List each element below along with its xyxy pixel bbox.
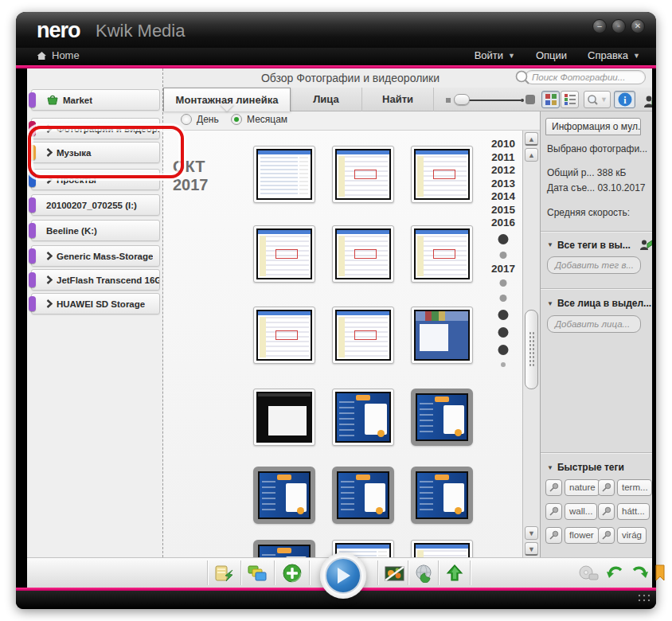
quick-tag-button[interactable]: virág (617, 527, 647, 544)
photo-thumbnail[interactable] (411, 307, 473, 364)
maximize-button[interactable]: ▫ (611, 19, 626, 33)
photo-thumbnail[interactable] (411, 146, 473, 203)
sidebar-item[interactable]: 20100207_070255 (I:) (31, 194, 160, 216)
import-media-button[interactable] (210, 561, 237, 585)
pin-tag-button[interactable] (545, 503, 562, 520)
quick-tags-header[interactable]: ▼ Быстрые теги (547, 462, 624, 473)
sidebar-item[interactable]: Музыка (31, 142, 160, 163)
sidebar-item[interactable]: Проекты (31, 169, 160, 190)
photo-thumbnail[interactable] (332, 467, 394, 524)
scroll-top-button[interactable]: ▲ (525, 132, 538, 146)
timeline-dot[interactable] (498, 345, 509, 355)
add-tag-input[interactable]: Добавить тег в... (547, 256, 641, 274)
sidebar-item[interactable]: HUAWEI SD Storage (31, 293, 160, 314)
publish-online-button[interactable] (411, 561, 438, 585)
photo-thumbnail[interactable] (253, 467, 315, 524)
pin-tag-button[interactable] (598, 503, 615, 520)
timeline-dot[interactable] (501, 362, 506, 367)
sidebar-item[interactable]: JetFlash Transcend 16GB (31, 269, 160, 291)
tab-timeline[interactable]: Монтажная линейка (163, 88, 291, 111)
pin-tag-button[interactable] (545, 527, 562, 544)
timeline-year[interactable]: 2011 (486, 151, 521, 163)
vertical-scrollbar[interactable]: ▲ ▲ ▼ ▼ (522, 131, 540, 557)
photo-thumbnail[interactable] (253, 540, 315, 557)
play-button[interactable] (325, 557, 361, 594)
resize-grip[interactable] (637, 593, 650, 604)
scrollbar-thumb[interactable] (525, 310, 538, 389)
menu-login[interactable]: Войти▼ (475, 49, 515, 61)
quick-tag-button[interactable]: hátt... (617, 503, 650, 520)
tab-faces[interactable]: Лица (291, 88, 362, 111)
search-input[interactable]: Поиск Фотографии... (525, 70, 646, 84)
zoom-slider[interactable] (446, 88, 535, 111)
upload-button[interactable] (441, 561, 468, 585)
pin-tag-button[interactable] (598, 527, 615, 544)
undo-button[interactable] (602, 561, 629, 585)
sidebar-item[interactable]: Beeline (K:) (31, 220, 160, 241)
radio-month[interactable]: Месяцам (231, 114, 287, 125)
timeline-dot[interactable] (500, 295, 507, 302)
timeline-year[interactable]: 2017 (486, 263, 521, 275)
photo-thumbnail[interactable] (253, 389, 315, 446)
radio-day[interactable]: День (181, 114, 219, 125)
add-new-button[interactable] (279, 561, 306, 585)
info-panel-tab[interactable]: Информация о мул... (545, 118, 641, 135)
timeline-dot[interactable] (498, 327, 509, 338)
edit-photo-button[interactable] (381, 561, 408, 585)
pin-tag-button[interactable] (598, 479, 615, 496)
sidebar-item[interactable]: Generic Mass-Storage (31, 245, 160, 267)
face-tag-button[interactable] (638, 89, 652, 113)
bookmark-button[interactable] (647, 561, 672, 585)
timeline-year[interactable]: 2013 (486, 178, 521, 189)
photo-thumbnail[interactable] (411, 540, 473, 557)
timeline-dot[interactable] (498, 310, 509, 320)
radio-circle[interactable] (181, 114, 192, 125)
photo-thumbnail[interactable] (332, 389, 394, 446)
menu-help[interactable]: Справка▼ (588, 49, 640, 61)
photo-thumbnail[interactable] (253, 307, 315, 364)
photo-thumbnail[interactable] (332, 225, 394, 283)
quick-tag-button[interactable]: flower (565, 527, 599, 544)
scroll-up-button[interactable]: ▲ (525, 148, 538, 162)
photo-thumbnail[interactable] (411, 389, 473, 446)
home-button[interactable]: Home (37, 49, 80, 61)
info-toggle-button[interactable]: i (614, 91, 635, 108)
tab-search[interactable]: Найти (362, 88, 434, 111)
timeline-year[interactable]: 2016 (486, 217, 521, 228)
quick-tag-button[interactable]: wall... (565, 503, 597, 520)
photo-thumbnail[interactable] (411, 225, 473, 283)
sidebar-item[interactable]: Market (31, 89, 160, 111)
timeline-dot[interactable] (500, 279, 507, 287)
tags-section-header[interactable]: ▼ Все теги в вы... (547, 239, 652, 251)
preview-zoom-button[interactable]: ▼ (584, 91, 611, 108)
timeline-year[interactable]: 2015 (486, 204, 521, 216)
photo-thumbnail[interactable] (332, 307, 394, 364)
detail-view-button[interactable] (561, 91, 579, 108)
close-button[interactable]: ✕ (631, 19, 645, 33)
scroll-down-button[interactable]: ▼ (525, 526, 538, 540)
scroll-bottom-button[interactable]: ▼ (525, 542, 538, 556)
timeline-dot[interactable] (500, 252, 507, 259)
quick-tag-button[interactable]: nature (565, 479, 600, 496)
thumbnail-view-button[interactable] (541, 91, 560, 108)
minimize-button[interactable]: – (592, 19, 607, 33)
timeline-year[interactable]: 2014 (486, 190, 521, 202)
timeline-year[interactable]: 2012 (486, 164, 521, 176)
photo-thumbnail[interactable] (411, 467, 473, 524)
grid-view-icon (545, 94, 557, 105)
pin-tag-button[interactable] (545, 479, 562, 496)
photo-thumbnail[interactable] (253, 225, 315, 283)
sidebar-item[interactable]: Фотографии и видеор... (31, 118, 160, 139)
title-bar: nero Kwik Media – ▫ ✕ (16, 12, 656, 48)
burn-disc-button[interactable] (575, 561, 602, 585)
photo-thumbnail[interactable] (253, 146, 315, 203)
timeline-year[interactable]: 2010 (486, 138, 521, 150)
add-face-input[interactable]: Добавить лица... (547, 315, 641, 333)
quick-tag-button[interactable]: term... (617, 479, 652, 496)
timeline-dot[interactable] (498, 234, 509, 244)
zoom-slider-handle[interactable] (454, 94, 470, 105)
copy-collections-button[interactable] (244, 561, 271, 585)
photo-thumbnail[interactable] (332, 146, 394, 203)
faces-section-header[interactable]: ▼ Все лица в выдел... (547, 298, 651, 309)
menu-options[interactable]: Опции (536, 49, 567, 61)
